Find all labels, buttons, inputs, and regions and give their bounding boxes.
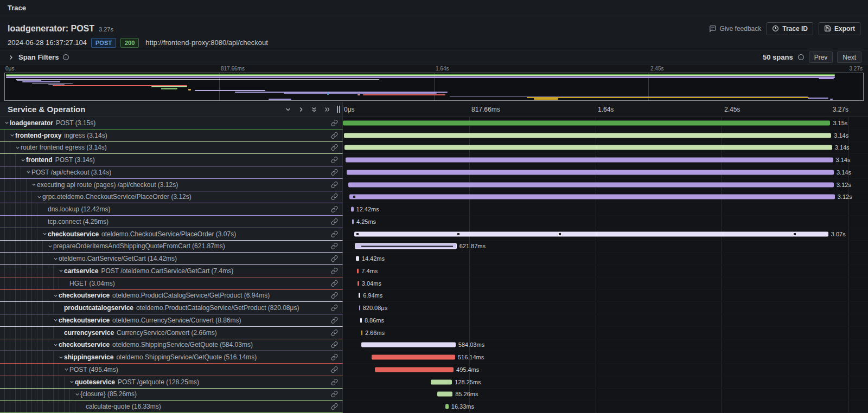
span-duration-bar[interactable] xyxy=(351,207,354,212)
span-timeline-cell[interactable]: 3.14s xyxy=(343,130,868,142)
expand-chevron-icon[interactable] xyxy=(30,182,37,188)
span-duration-bar[interactable] xyxy=(347,170,834,175)
span-row[interactable]: checkoutservice oteldemo.ProductCatalogS… xyxy=(0,290,868,302)
span-duration-bar[interactable] xyxy=(372,355,455,360)
expand-all-icon[interactable] xyxy=(322,104,333,115)
span-duration-bar[interactable] xyxy=(349,195,835,199)
span-name-cell[interactable]: grpc.oteldemo.CheckoutService/PlaceOrder… xyxy=(0,191,343,204)
span-duration-bar[interactable] xyxy=(357,268,359,273)
span-link-icon[interactable] xyxy=(331,193,338,201)
expand-chevron-icon[interactable] xyxy=(63,366,69,372)
span-name-cell[interactable]: {closure} (85.26ms) xyxy=(0,389,343,401)
span-link-icon[interactable] xyxy=(331,144,338,151)
span-duration-bar[interactable] xyxy=(361,343,455,347)
span-duration-bar[interactable] xyxy=(431,379,452,384)
span-row[interactable]: router frontend egress (3.14s) 3.14s xyxy=(0,142,868,154)
chevron-right-icon[interactable] xyxy=(8,54,14,61)
span-link-icon[interactable] xyxy=(331,329,338,336)
span-duration-bar[interactable] xyxy=(358,281,359,286)
span-timeline-cell[interactable]: 85.26ms xyxy=(343,389,868,401)
span-row[interactable]: frontend POST (3.14s) 3.14s xyxy=(0,154,868,166)
span-row[interactable]: HGET (3.04ms) 3.04ms xyxy=(0,278,868,290)
span-name-cell[interactable]: currencyservice CurrencyService/Convert … xyxy=(0,327,343,339)
span-row[interactable]: POST /api/checkout (3.14s) 3.14s xyxy=(0,166,868,179)
expand-chevron-icon[interactable] xyxy=(74,391,80,397)
span-row[interactable]: POST (495.4ms) 495.4ms xyxy=(0,364,868,376)
span-name-cell[interactable]: executing api route (pages) /api/checkou… xyxy=(0,179,343,191)
span-row[interactable]: dns.lookup (12.42ms) 12.42ms xyxy=(0,203,868,216)
trace-id-button[interactable]: Trace ID xyxy=(767,22,813,35)
span-duration-bar[interactable] xyxy=(346,158,833,163)
span-row[interactable]: executing api route (pages) /api/checkou… xyxy=(0,179,868,191)
span-name-cell[interactable]: productcatalogservice oteldemo.ProductCa… xyxy=(0,302,343,314)
span-link-icon[interactable] xyxy=(331,403,338,410)
span-name-cell[interactable]: dns.lookup (12.42ms) xyxy=(0,203,343,216)
span-filters-label[interactable]: Span Filters xyxy=(18,53,59,61)
info-icon[interactable] xyxy=(62,54,69,61)
expand-chevron-icon[interactable] xyxy=(3,120,10,126)
span-duration-bar[interactable] xyxy=(344,133,831,138)
span-timeline-cell[interactable]: 2.66ms xyxy=(343,327,868,339)
span-timeline-cell[interactable]: 3.15s xyxy=(343,117,868,130)
span-timeline-cell[interactable]: 12.42ms xyxy=(343,203,868,216)
span-row[interactable]: cartservice POST /oteldemo.CartService/G… xyxy=(0,265,868,278)
span-name-cell[interactable]: oteldemo.CartService/GetCart (14.42ms) xyxy=(0,253,343,265)
span-duration-bar[interactable] xyxy=(352,219,354,224)
span-count-info-icon[interactable] xyxy=(797,54,805,61)
expand-chevron-icon[interactable] xyxy=(20,157,26,163)
span-name-cell[interactable]: loadgenerator POST (3.15s) xyxy=(0,117,343,130)
span-name-cell[interactable]: router frontend egress (3.14s) xyxy=(0,142,343,154)
expand-chevron-icon[interactable] xyxy=(25,169,31,175)
span-link-icon[interactable] xyxy=(331,366,338,373)
span-link-icon[interactable] xyxy=(331,391,338,398)
span-timeline-cell[interactable]: 495.4ms xyxy=(343,364,868,376)
span-link-icon[interactable] xyxy=(331,280,338,287)
span-link-icon[interactable] xyxy=(331,230,338,237)
span-link-icon[interactable] xyxy=(331,292,338,299)
span-row[interactable]: oteldemo.CartService/GetCart (14.42ms) 1… xyxy=(0,253,868,265)
span-timeline-cell[interactable]: 3.14s xyxy=(343,166,868,179)
span-link-icon[interactable] xyxy=(331,255,338,262)
span-timeline-cell[interactable]: 3.14s xyxy=(343,154,868,166)
span-timeline-cell[interactable]: 128.25ms xyxy=(343,376,868,389)
span-row[interactable]: frontend-proxy ingress (3.14s) 3.14s xyxy=(0,130,868,142)
span-row[interactable]: checkoutservice oteldemo.CheckoutService… xyxy=(0,228,868,241)
span-timeline-cell[interactable]: 7.4ms xyxy=(343,265,868,278)
span-duration-bar[interactable] xyxy=(375,367,454,372)
column-resize-handle[interactable] xyxy=(337,106,340,113)
span-timeline-cell[interactable]: 4.25ms xyxy=(343,216,868,228)
span-row[interactable]: checkoutservice oteldemo.ShippingService… xyxy=(0,339,868,352)
expand-chevron-icon[interactable] xyxy=(41,231,48,237)
expand-chevron-icon[interactable] xyxy=(52,317,59,323)
span-name-cell[interactable]: checkoutservice oteldemo.CurrencyService… xyxy=(0,314,343,327)
span-row[interactable]: grpc.oteldemo.CheckoutService/PlaceOrder… xyxy=(0,191,868,204)
span-duration-bar[interactable] xyxy=(356,256,359,261)
span-link-icon[interactable] xyxy=(331,341,338,349)
next-button[interactable]: Next xyxy=(837,51,861,63)
span-timeline-cell[interactable]: 3.12s xyxy=(343,179,868,191)
collapse-all-icon[interactable] xyxy=(309,104,320,115)
export-button[interactable]: Export xyxy=(819,22,860,35)
span-link-icon[interactable] xyxy=(331,305,338,312)
span-name-cell[interactable]: checkoutservice oteldemo.ShippingService… xyxy=(0,339,343,352)
span-timeline-cell[interactable]: 3.07s xyxy=(343,228,868,241)
span-timeline-cell[interactable]: 3.14s xyxy=(343,142,868,154)
span-duration-bar[interactable] xyxy=(437,392,452,397)
span-row[interactable]: prepareOrderItemsAndShippingQuoteFromCar… xyxy=(0,241,868,253)
expand-chevron-icon[interactable] xyxy=(52,293,59,299)
span-row[interactable]: tcp.connect (4.25ms) 4.25ms xyxy=(0,216,868,228)
trace-minimap[interactable] xyxy=(4,73,864,101)
span-name-cell[interactable]: prepareOrderItemsAndShippingQuoteFromCar… xyxy=(0,241,343,253)
span-row[interactable]: checkoutservice oteldemo.CurrencyService… xyxy=(0,314,868,327)
span-link-icon[interactable] xyxy=(331,243,338,250)
span-link-icon[interactable] xyxy=(331,317,338,324)
span-name-cell[interactable]: quoteservice POST /getquote (128.25ms) xyxy=(0,376,343,389)
span-link-icon[interactable] xyxy=(331,119,338,126)
expand-chevron-icon[interactable] xyxy=(52,256,59,262)
expand-chevron-icon[interactable] xyxy=(68,379,75,385)
give-feedback-link[interactable]: Give feedback xyxy=(709,25,762,33)
span-name-cell[interactable]: frontend POST (3.14s) xyxy=(0,154,343,166)
span-name-cell[interactable]: checkoutservice oteldemo.CheckoutService… xyxy=(0,228,343,241)
span-timeline-cell[interactable]: 8.86ms xyxy=(343,314,868,327)
span-name-cell[interactable]: frontend-proxy ingress (3.14s) xyxy=(0,130,343,142)
